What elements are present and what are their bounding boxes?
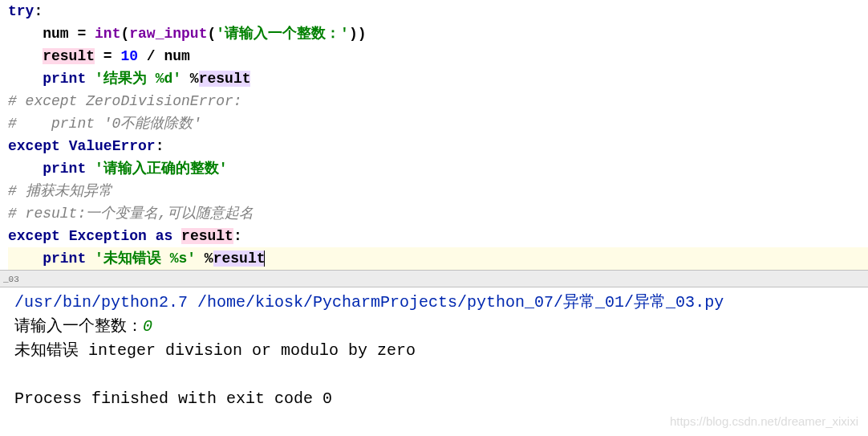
comment: # result:一个变量名,可以随意起名	[8, 206, 254, 222]
colon: :	[233, 228, 242, 244]
eq: =	[69, 26, 95, 42]
console-command: /usr/bin/python2.7 /home/kiosk/PycharmPr…	[14, 291, 868, 315]
keyword-try: try	[8, 3, 34, 19]
code-line: print '结果为 %d' %result	[8, 67, 868, 90]
user-input: 0	[143, 317, 152, 336]
op-mod: %	[181, 71, 199, 87]
op-div: /	[138, 48, 164, 64]
code-line: try:	[8, 0, 868, 22]
var-result: result	[199, 71, 251, 87]
keyword-print: print	[43, 161, 86, 177]
var-result: result	[43, 48, 95, 64]
paren: (	[120, 26, 129, 42]
text-cursor	[264, 251, 265, 267]
indent	[8, 71, 43, 87]
var-num: num	[43, 26, 68, 42]
code-line: num = int(raw_input('请输入一个整数：'))	[8, 22, 868, 45]
run-console[interactable]: /usr/bin/python2.7 /home/kiosk/PycharmPr…	[0, 287, 868, 411]
class-exception: Exception	[69, 228, 147, 244]
colon: :	[156, 138, 164, 154]
code-line-comment: # print '0不能做除数'	[8, 112, 868, 135]
code-line-comment: # result:一个变量名,可以随意起名	[8, 202, 868, 225]
space	[86, 251, 95, 267]
indent	[8, 26, 43, 42]
colon: :	[34, 3, 43, 19]
keyword-except: except	[8, 228, 60, 244]
space	[172, 228, 181, 244]
indent	[8, 161, 43, 177]
console-output: 未知错误 integer division or modulo by zero	[14, 339, 868, 363]
keyword-print: print	[43, 251, 86, 267]
paren: (	[207, 26, 216, 42]
space	[86, 71, 95, 87]
space	[60, 138, 69, 154]
string-literal: '未知错误 %s'	[95, 251, 196, 267]
paren: ))	[349, 26, 367, 42]
code-line: except Exception as result:	[8, 225, 868, 247]
class-valueerror: ValueError	[69, 138, 156, 154]
console-input-line: 请输入一个整数：0	[14, 315, 868, 339]
comment: # print '0不能做除数'	[8, 116, 201, 132]
indent	[8, 251, 43, 267]
code-line-comment: # except ZeroDivisionError:	[8, 90, 868, 112]
keyword-except: except	[8, 138, 60, 154]
eq: =	[95, 48, 120, 64]
console-blank	[14, 363, 868, 387]
comment: # except ZeroDivisionError:	[8, 93, 242, 109]
var-result: result	[213, 251, 266, 267]
input-prompt: 请输入一个整数：	[14, 317, 143, 336]
keyword-print: print	[43, 71, 86, 87]
code-line-comment: # 捕获未知异常	[8, 180, 868, 202]
fn-rawinput: raw_input	[129, 26, 207, 42]
panel-divider[interactable]: _03	[0, 270, 868, 287]
op-mod: %	[196, 251, 213, 267]
string-literal: '结果为 %d'	[95, 71, 181, 87]
watermark-text: https://blog.csdn.net/dreamer_xixixi	[670, 414, 858, 428]
code-line-current: print '未知错误 %s' %result	[8, 247, 868, 270]
code-line: print '请输入正确的整数'	[8, 157, 868, 180]
space	[86, 161, 95, 177]
space	[147, 228, 156, 244]
string-literal: '请输入一个整数：'	[216, 26, 349, 42]
indent	[8, 48, 43, 64]
space	[60, 228, 69, 244]
var-result: result	[181, 228, 233, 244]
code-line: result = 10 / num	[8, 45, 868, 67]
number-literal: 10	[120, 48, 138, 64]
code-editor[interactable]: try: num = int(raw_input('请输入一个整数：')) re…	[0, 0, 868, 270]
comment: # 捕获未知异常	[8, 183, 112, 199]
string-literal: '请输入正确的整数'	[95, 161, 228, 177]
fn-int: int	[95, 26, 120, 42]
var-num: num	[164, 48, 189, 64]
console-exit: Process finished with exit code 0	[14, 387, 868, 411]
keyword-as: as	[156, 228, 173, 244]
code-line: except ValueError:	[8, 135, 868, 157]
divider-label: _03	[3, 275, 19, 284]
